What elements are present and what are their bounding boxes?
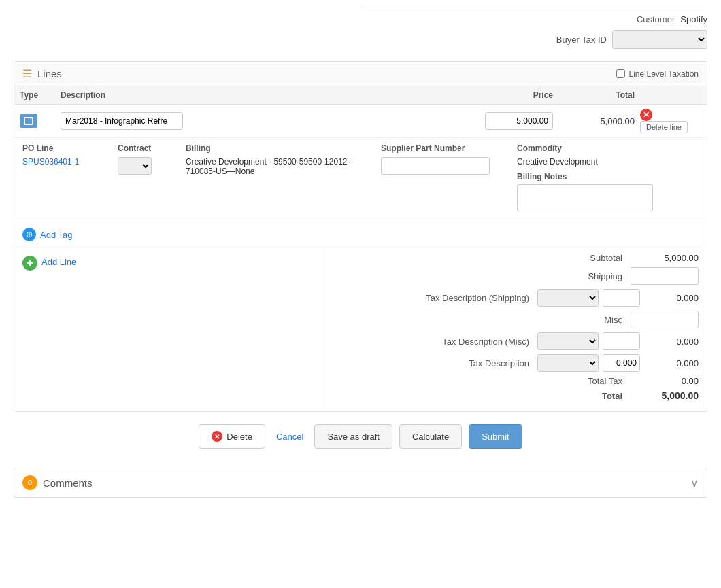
commodity-label: Creative Development: [517, 157, 699, 167]
delete-line-button[interactable]: Delete line: [640, 121, 688, 133]
total-tax-value: 0.00: [631, 376, 699, 386]
shipping-row: Shipping: [335, 267, 699, 285]
subtotal-label: Subtotal: [335, 253, 631, 263]
tax-shipping-input-sm[interactable]: [603, 289, 640, 307]
sub-col-supplier-part: Supplier Part Number: [381, 143, 503, 153]
submit-button[interactable]: Submit: [469, 424, 522, 449]
bottom-section: + Add Line Subtotal 5,000.00 Shipping Ta…: [14, 247, 707, 411]
sub-col-contract: Contract: [118, 143, 172, 153]
tax-shipping-select[interactable]: [537, 289, 599, 307]
commodity-value: Creative Development Billing Notes: [517, 157, 699, 213]
shipping-input[interactable]: [631, 267, 699, 285]
lines-header: ☰ Lines Line Level Taxation: [14, 62, 707, 86]
subtotal-row: Subtotal 5,000.00: [335, 253, 699, 263]
po-line-value: SPUS036401-1: [22, 157, 104, 167]
comments-title: Comments: [43, 477, 93, 489]
col-total: Total: [553, 90, 635, 100]
tax-misc-row: Tax Description (Misc) 0.000: [335, 332, 699, 350]
total-value: 5,000.00: [631, 390, 699, 401]
delete-row-icon[interactable]: ✕: [640, 109, 652, 121]
tax-desc-input1[interactable]: [603, 354, 640, 372]
tax-misc-label: Tax Description (Misc): [335, 336, 537, 347]
line-action-cell: ✕ Delete line: [640, 109, 701, 133]
comments-count-badge: 0: [22, 475, 37, 490]
invoice-icon: [20, 114, 37, 128]
add-tag-label[interactable]: Add Tag: [40, 230, 72, 240]
line-description-input[interactable]: [61, 112, 183, 130]
table-header: Type Description Price Total: [14, 86, 707, 105]
comments-header[interactable]: 0 Comments ∨: [14, 468, 707, 497]
lines-title: Lines: [37, 68, 62, 80]
total-tax-label: Total Tax: [335, 376, 631, 386]
delete-button[interactable]: ✕ Delete: [199, 424, 265, 449]
comments-left: 0 Comments: [22, 475, 93, 490]
add-tag-icon[interactable]: ⊕: [22, 228, 36, 241]
action-buttons-area: ✕ Delete Cancel Save as draft Calculate …: [0, 412, 721, 461]
sub-col-billing: Billing: [186, 143, 367, 153]
billing-notes-label: Billing Notes: [517, 172, 699, 181]
tax-misc-input-sm[interactable]: [603, 332, 640, 350]
buyer-tax-id-label: Buyer Tax ID: [539, 35, 607, 45]
total-tax-row: Total Tax 0.00: [335, 376, 699, 386]
tax-shipping-label: Tax Description (Shipping): [335, 293, 537, 303]
misc-input[interactable]: [631, 311, 699, 328]
tax-misc-value: 0.000: [644, 336, 699, 347]
add-line-label[interactable]: Add Line: [41, 256, 76, 267]
subtotal-value: 5,000.00: [631, 253, 699, 263]
save-as-draft-button[interactable]: Save as draft: [314, 424, 392, 449]
total-row: Total 5,000.00: [335, 390, 699, 401]
billing-value: Creative Development - 59500-59500-12012…: [186, 157, 367, 176]
po-line-link[interactable]: SPUS036401-1: [22, 157, 79, 167]
add-tag-row: ⊕ Add Tag: [14, 222, 707, 247]
customer-label: Customer: [607, 14, 675, 24]
tax-shipping-value: 0.000: [644, 293, 699, 303]
line-price-cell: [471, 112, 553, 130]
delete-button-label: Delete: [227, 432, 252, 442]
col-price: Price: [471, 90, 553, 100]
misc-row: Misc: [335, 311, 699, 328]
line-price-input[interactable]: [485, 112, 553, 130]
line-description-cell: [61, 112, 471, 130]
line-level-taxation-area: Line Level Taxation: [616, 69, 699, 79]
line-level-taxation-checkbox[interactable]: [616, 69, 625, 78]
calculate-button[interactable]: Calculate: [399, 424, 462, 449]
sub-col-commodity: Commodity: [517, 143, 699, 153]
line-total-cell: 5,000.00: [553, 116, 635, 126]
tax-desc-value2: 0.000: [644, 358, 699, 368]
supplier-part-value: [381, 157, 503, 175]
tax-desc-row: Tax Description 0.000: [335, 354, 699, 372]
contract-value: [118, 157, 172, 175]
sub-col-po-line: PO Line: [22, 143, 104, 153]
tax-shipping-row: Tax Description (Shipping) 0.000: [335, 289, 699, 307]
total-label: Total: [335, 391, 631, 401]
supplier-part-input[interactable]: [381, 157, 490, 175]
cancel-button[interactable]: Cancel: [272, 432, 307, 442]
comments-section: 0 Comments ∨: [14, 468, 707, 498]
comments-chevron-icon: ∨: [690, 477, 699, 489]
customer-value: Spotify: [680, 14, 707, 24]
col-type: Type: [20, 90, 61, 100]
contract-select[interactable]: [118, 157, 152, 175]
tax-desc-select[interactable]: [537, 354, 599, 372]
tax-misc-select[interactable]: [537, 332, 599, 350]
buyer-tax-id-select[interactable]: [612, 30, 707, 49]
delete-button-icon: ✕: [212, 431, 222, 442]
totals-area: Subtotal 5,000.00 Shipping Tax Descripti…: [326, 247, 707, 411]
lines-icon: ☰: [22, 67, 32, 80]
shipping-label: Shipping: [335, 271, 631, 281]
col-description: Description: [61, 90, 471, 100]
tax-desc-label: Tax Description: [335, 358, 537, 368]
add-line-icon[interactable]: +: [22, 256, 37, 271]
lines-section: ☰ Lines Line Level Taxation Type Descrip…: [14, 61, 707, 412]
table-row: 5,000.00 ✕ Delete line: [14, 105, 707, 138]
misc-label: Misc: [335, 315, 631, 325]
billing-notes-input[interactable]: [517, 184, 653, 211]
add-line-area: + Add Line: [14, 247, 326, 411]
line-type-cell: [20, 114, 61, 128]
line-level-taxation-label: Line Level Taxation: [628, 69, 699, 79]
sub-detail-section: PO Line Contract Billing Supplier Part N…: [14, 138, 707, 222]
